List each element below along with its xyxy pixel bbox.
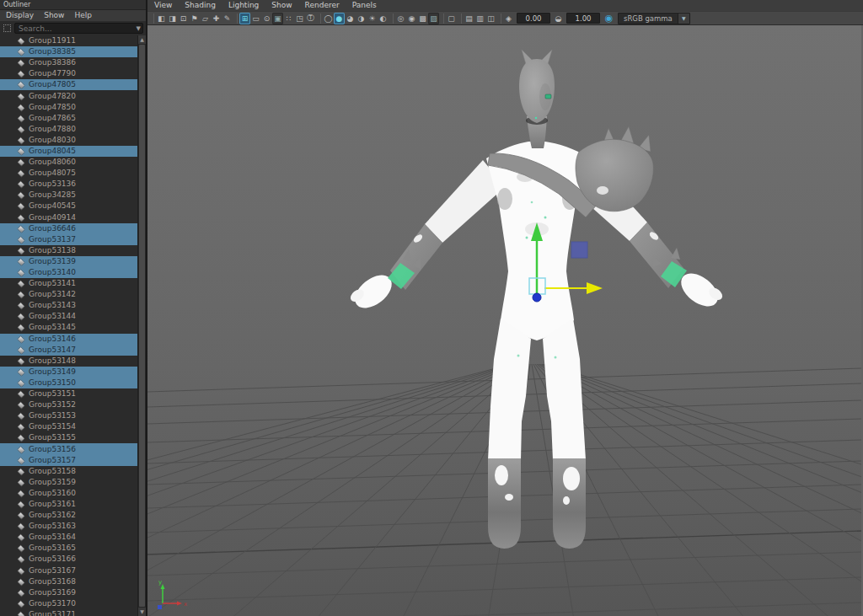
- contrast-icon[interactable]: ◒: [553, 13, 564, 24]
- isolate-select-icon[interactable]: ▢: [446, 13, 457, 24]
- outliner-row[interactable]: Group53155: [0, 432, 137, 443]
- outliner-row[interactable]: Group47805: [0, 79, 137, 90]
- outliner-row[interactable]: Group53166: [0, 554, 137, 565]
- outliner-row[interactable]: Group53149: [0, 367, 137, 378]
- outliner-row[interactable]: Group53139: [0, 256, 137, 267]
- use-default-material-icon[interactable]: ◑: [356, 13, 367, 24]
- outliner-row[interactable]: Group34285: [0, 190, 137, 201]
- outliner-scrollbar[interactable]: ▲ ▼: [137, 35, 146, 616]
- outliner-row[interactable]: Group53170: [0, 598, 137, 609]
- outliner-row[interactable]: Group40914: [0, 212, 137, 223]
- viewport-canvas[interactable]: y x: [147, 25, 861, 616]
- outliner-row[interactable]: Group53143: [0, 300, 137, 311]
- outliner-row[interactable]: Group53141: [0, 278, 137, 289]
- outliner-row[interactable]: Group48060: [0, 157, 137, 168]
- viewport-menu-renderer[interactable]: Renderer: [305, 0, 340, 11]
- gamma-icon[interactable]: ◉: [603, 13, 615, 24]
- selection-filter-icon[interactable]: [3, 24, 11, 32]
- outliner-row[interactable]: Group53156: [0, 443, 137, 454]
- outliner-row[interactable]: Group47865: [0, 113, 137, 124]
- smooth-shaded-icon[interactable]: ●: [334, 13, 345, 24]
- outliner-row[interactable]: Group11911: [0, 35, 137, 46]
- outliner-row[interactable]: Group53144: [0, 311, 137, 322]
- outliner-row[interactable]: Group53147: [0, 345, 137, 356]
- gamma-field[interactable]: 1.00: [566, 13, 600, 24]
- snapshot-icon[interactable]: ◫: [485, 13, 496, 24]
- outliner-row[interactable]: Group38386: [0, 57, 137, 68]
- outliner-row[interactable]: Group48030: [0, 135, 137, 146]
- viewport-menu-panels[interactable]: Panels: [352, 0, 377, 11]
- translate-center-handle[interactable]: [533, 293, 541, 302]
- outliner-row[interactable]: Group53151: [0, 388, 137, 399]
- wireframe-icon[interactable]: ◯: [323, 13, 334, 24]
- color-transform-dropdown[interactable]: sRGB gamma ▼: [618, 13, 690, 24]
- select-camera-icon[interactable]: ◧: [156, 13, 167, 24]
- outliner-row[interactable]: Group53153: [0, 410, 137, 421]
- outliner-row[interactable]: Group53157: [0, 455, 137, 466]
- pan-zoom-icon[interactable]: ✚: [211, 13, 222, 24]
- viewport-menu-view[interactable]: View: [154, 0, 172, 11]
- scrollbar-thumb[interactable]: [139, 45, 145, 607]
- outliner-row[interactable]: Group53145: [0, 322, 137, 333]
- outliner-row[interactable]: Group47850: [0, 102, 137, 113]
- viewport-menu-shading[interactable]: Shading: [185, 0, 216, 11]
- outliner-row[interactable]: Group53168: [0, 576, 137, 587]
- field-chart-icon[interactable]: ∷: [283, 13, 294, 24]
- paste-objects-icon[interactable]: ▥: [474, 13, 485, 24]
- outliner-row[interactable]: Group53154: [0, 421, 137, 432]
- camera-settings-icon[interactable]: ⊡: [178, 13, 189, 24]
- resolution-gate-icon[interactable]: ⊙: [261, 13, 272, 24]
- outliner-row[interactable]: Group53167: [0, 565, 137, 576]
- shadows-icon[interactable]: ◐: [378, 13, 389, 24]
- multisample-icon[interactable]: ▩: [417, 13, 428, 24]
- outliner-row[interactable]: Group36646: [0, 223, 137, 234]
- safe-action-icon[interactable]: ◳: [294, 13, 305, 24]
- outliner-menu-help[interactable]: Help: [74, 10, 92, 21]
- search-input[interactable]: [14, 23, 143, 34]
- copy-objects-icon[interactable]: ▤: [464, 13, 474, 24]
- outliner-row[interactable]: Group47880: [0, 124, 137, 135]
- outliner-row[interactable]: Group53138: [0, 245, 137, 256]
- camera-attributes-icon[interactable]: ◨: [167, 13, 178, 24]
- outliner-row[interactable]: Group48045: [0, 146, 137, 157]
- outliner-row[interactable]: Group53171: [0, 609, 137, 616]
- outliner-row[interactable]: Group53146: [0, 334, 137, 345]
- outliner-row[interactable]: Group47820: [0, 90, 137, 101]
- all-lights-icon[interactable]: ☀: [367, 13, 378, 24]
- motion-blur-icon[interactable]: ◉: [406, 13, 417, 24]
- outliner-row[interactable]: Group53163: [0, 521, 137, 532]
- exposure-field[interactable]: 0.00: [517, 13, 550, 24]
- image-plane-icon[interactable]: ▱: [200, 13, 211, 24]
- outliner-row[interactable]: Group53161: [0, 499, 137, 510]
- outliner-row[interactable]: Group48075: [0, 168, 137, 179]
- outliner-menu-show[interactable]: Show: [44, 10, 64, 21]
- grid-icon[interactable]: ⊞: [239, 13, 250, 24]
- film-gate-icon[interactable]: ▭: [250, 13, 261, 24]
- outliner-row[interactable]: Group40545: [0, 201, 137, 212]
- translate-plane-handle[interactable]: [571, 242, 587, 258]
- outliner-row[interactable]: Group53152: [0, 399, 137, 410]
- scroll-down-icon[interactable]: ▼: [138, 608, 146, 616]
- outliner-row[interactable]: Group53165: [0, 543, 137, 554]
- outliner-row[interactable]: Group47790: [0, 68, 137, 79]
- outliner-row[interactable]: Group53169: [0, 587, 137, 598]
- bookmark-icon[interactable]: ⚑: [189, 13, 200, 24]
- outliner-row[interactable]: Group53137: [0, 234, 137, 245]
- outliner-row[interactable]: Group53140: [0, 267, 137, 278]
- outliner-row[interactable]: Group53164: [0, 532, 137, 543]
- outliner-row[interactable]: Group53148: [0, 356, 137, 367]
- outliner-row[interactable]: Group38385: [0, 46, 137, 57]
- viewport-menu-show[interactable]: Show: [271, 0, 292, 11]
- safe-title-icon[interactable]: Ⓣ: [305, 13, 316, 24]
- scroll-up-icon[interactable]: ▲: [138, 35, 146, 44]
- xray-icon[interactable]: ▨: [428, 13, 439, 24]
- outliner-row[interactable]: Group53159: [0, 477, 137, 488]
- textured-icon[interactable]: ◕: [345, 13, 356, 24]
- outliner-row[interactable]: Group53142: [0, 289, 137, 300]
- occlusion-icon[interactable]: ◎: [395, 13, 406, 24]
- outliner-row[interactable]: Group53158: [0, 466, 137, 477]
- exposure-icon[interactable]: ◈: [503, 13, 514, 24]
- outliner-row[interactable]: Group53150: [0, 378, 137, 388]
- viewport-menu-lighting[interactable]: Lighting: [228, 0, 259, 11]
- chevron-down-icon[interactable]: ▼: [678, 13, 689, 24]
